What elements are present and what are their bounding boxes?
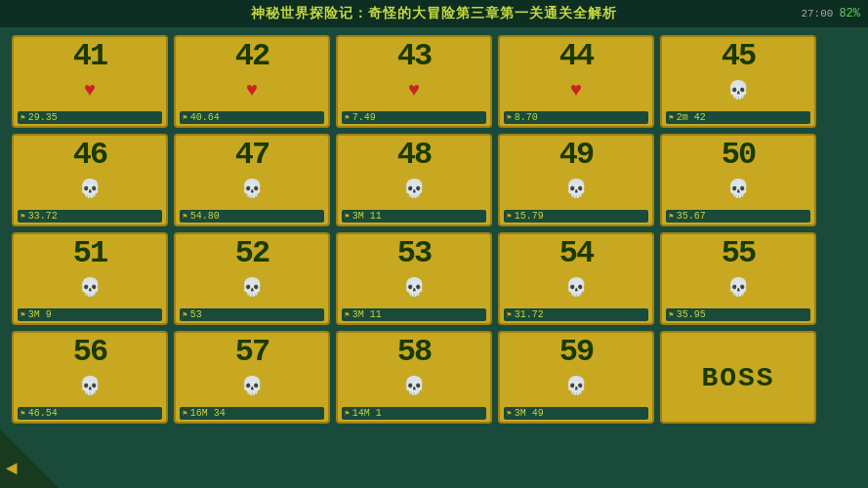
level-card-53[interactable]: 53💀⚑3M 11 bbox=[336, 232, 492, 325]
meta-flag-icon: ⚑ bbox=[669, 212, 674, 221]
level-card-42[interactable]: 42♥⚑40.64 bbox=[174, 35, 330, 128]
level-meta: ⚑31.72 bbox=[504, 308, 648, 321]
meta-flag-icon: ⚑ bbox=[183, 310, 187, 319]
level-card-49[interactable]: 49💀⚑15.79 bbox=[498, 134, 654, 226]
level-meta: ⚑3M 9 bbox=[18, 308, 162, 321]
level-number: 50 bbox=[722, 140, 755, 171]
meta-score: 29.35 bbox=[28, 112, 58, 123]
meta-flag-icon: ⚑ bbox=[21, 409, 25, 418]
level-meta: ⚑3M 11 bbox=[342, 210, 486, 223]
skull-icon: 💀 bbox=[403, 278, 425, 298]
level-meta: ⚑8.70 bbox=[504, 111, 648, 124]
skull-icon: 💀 bbox=[79, 180, 101, 199]
skull-icon: 💀 bbox=[727, 278, 749, 298]
level-card-56[interactable]: 56💀⚑46.54 bbox=[12, 331, 168, 424]
meta-score: 15.79 bbox=[515, 211, 544, 222]
level-card-55[interactable]: 55💀⚑35.95 bbox=[660, 232, 816, 325]
level-number: 59 bbox=[559, 337, 593, 368]
meta-score: 31.72 bbox=[515, 309, 544, 320]
skull-icon: 💀 bbox=[727, 81, 749, 101]
level-meta: ⚑54.80 bbox=[180, 210, 324, 223]
meta-flag-icon: ⚑ bbox=[183, 212, 187, 221]
level-number: 55 bbox=[722, 238, 755, 269]
level-number: 42 bbox=[235, 41, 269, 72]
level-meta: ⚑40.64 bbox=[180, 111, 324, 124]
level-meta: ⚑15.79 bbox=[504, 210, 648, 223]
level-card-57[interactable]: 57💀⚑16M 34 bbox=[174, 331, 330, 424]
meta-flag-icon: ⚑ bbox=[507, 113, 512, 122]
level-card-41[interactable]: 41♥⚑29.35 bbox=[12, 35, 168, 128]
meta-flag-icon: ⚑ bbox=[507, 212, 512, 221]
level-meta: ⚑35.67 bbox=[666, 210, 810, 223]
level-meta: ⚑16M 34 bbox=[180, 407, 324, 420]
level-card-43[interactable]: 43♥⚑7.49 bbox=[336, 35, 492, 128]
heart-icon: ♥ bbox=[84, 81, 96, 101]
level-number: 53 bbox=[397, 238, 431, 269]
meta-score: 53 bbox=[190, 309, 202, 320]
level-number: 45 bbox=[722, 41, 755, 72]
boss-label: BOSS bbox=[701, 363, 774, 393]
meta-score: 16M 34 bbox=[190, 408, 226, 419]
top-bar: 神秘世界探险记：奇怪的大冒险第三章第一关通关全解析 27:00 82% bbox=[0, 0, 868, 27]
meta-flag-icon: ⚑ bbox=[345, 310, 350, 319]
meta-flag-icon: ⚑ bbox=[183, 113, 187, 122]
level-meta: ⚑29.35 bbox=[18, 111, 162, 124]
level-number: 47 bbox=[235, 140, 269, 171]
skull-icon: 💀 bbox=[79, 278, 101, 298]
meta-score: 54.80 bbox=[190, 211, 220, 222]
meta-score: 3M 11 bbox=[352, 211, 382, 222]
meta-flag-icon: ⚑ bbox=[21, 212, 25, 221]
level-card-BOSS[interactable]: BOSS bbox=[660, 331, 816, 424]
level-row-1: 46💀⚑33.7247💀⚑54.8048💀⚑3M 1149💀⚑15.7950💀⚑… bbox=[12, 134, 856, 226]
level-number: 46 bbox=[73, 140, 106, 171]
level-card-58[interactable]: 58💀⚑14M 1 bbox=[336, 331, 492, 424]
meta-score: 33.72 bbox=[28, 211, 58, 222]
level-card-54[interactable]: 54💀⚑31.72 bbox=[498, 232, 654, 325]
level-number: 54 bbox=[559, 238, 593, 269]
level-card-50[interactable]: 50💀⚑35.67 bbox=[660, 134, 816, 226]
meta-score: 40.64 bbox=[190, 112, 220, 123]
status-area: 27:00 82% bbox=[801, 7, 860, 20]
level-meta: ⚑33.72 bbox=[18, 210, 162, 223]
level-meta: ⚑46.54 bbox=[18, 407, 162, 420]
level-number: 44 bbox=[559, 41, 593, 72]
level-row-3: 56💀⚑46.5457💀⚑16M 3458💀⚑14M 159💀⚑3M 49BOS… bbox=[12, 331, 856, 424]
level-card-46[interactable]: 46💀⚑33.72 bbox=[12, 134, 168, 226]
meta-flag-icon: ⚑ bbox=[345, 212, 350, 221]
meta-score: 3M 9 bbox=[28, 309, 52, 320]
level-card-51[interactable]: 51💀⚑3M 9 bbox=[12, 232, 168, 325]
meta-score: 14M 1 bbox=[352, 408, 382, 419]
level-card-44[interactable]: 44♥⚑8.70 bbox=[498, 35, 654, 128]
level-card-48[interactable]: 48💀⚑3M 11 bbox=[336, 134, 492, 226]
level-meta: ⚑3M 11 bbox=[342, 308, 486, 321]
skull-icon: 💀 bbox=[565, 377, 587, 396]
meta-flag-icon: ⚑ bbox=[21, 310, 25, 319]
time-display: 27:00 bbox=[801, 8, 833, 20]
meta-flag-icon: ⚑ bbox=[507, 310, 512, 319]
skull-icon: 💀 bbox=[727, 180, 749, 199]
heart-icon: ♥ bbox=[246, 81, 258, 101]
meta-score: 3M 11 bbox=[352, 309, 382, 320]
level-number: 56 bbox=[73, 337, 106, 368]
level-number: 51 bbox=[73, 238, 106, 269]
level-grid: 41♥⚑29.3542♥⚑40.6443♥⚑7.4944♥⚑8.7045💀⚑2m… bbox=[0, 27, 868, 431]
back-button[interactable]: ◄ bbox=[0, 429, 59, 488]
level-meta: ⚑3M 49 bbox=[504, 407, 648, 420]
meta-score: 2m 42 bbox=[677, 112, 706, 123]
level-number: 41 bbox=[73, 41, 106, 72]
level-number: 58 bbox=[397, 337, 431, 368]
level-number: 48 bbox=[397, 140, 431, 171]
level-card-47[interactable]: 47💀⚑54.80 bbox=[174, 134, 330, 226]
level-card-59[interactable]: 59💀⚑3M 49 bbox=[498, 331, 654, 424]
meta-flag-icon: ⚑ bbox=[183, 409, 187, 418]
level-card-45[interactable]: 45💀⚑2m 42 bbox=[660, 35, 816, 128]
page-title: 神秘世界探险记：奇怪的大冒险第三章第一关通关全解析 bbox=[251, 5, 617, 22]
back-arrow-icon: ◄ bbox=[6, 458, 18, 480]
level-number: 43 bbox=[397, 41, 431, 72]
meta-flag-icon: ⚑ bbox=[21, 113, 25, 122]
skull-icon: 💀 bbox=[565, 278, 587, 298]
level-card-52[interactable]: 52💀⚑53 bbox=[174, 232, 330, 325]
skull-icon: 💀 bbox=[79, 377, 101, 396]
meta-flag-icon: ⚑ bbox=[345, 113, 350, 122]
meta-score: 8.70 bbox=[515, 112, 538, 123]
